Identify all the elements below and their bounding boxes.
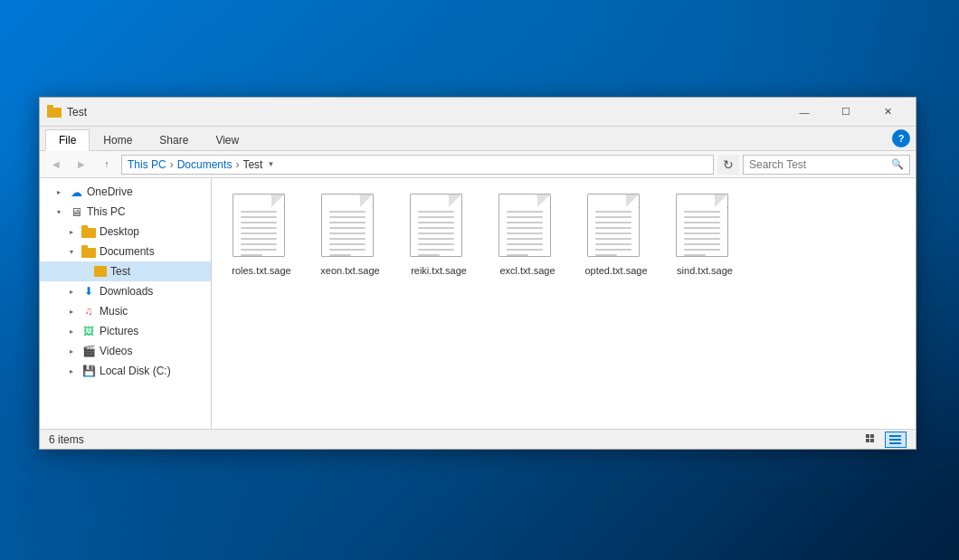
tab-file[interactable]: File <box>45 129 90 151</box>
sidebar-label-thispc: This PC <box>87 205 126 218</box>
videos-icon: 🎬 <box>81 344 96 358</box>
file-icon <box>233 194 290 261</box>
svg-rect-6 <box>889 442 901 444</box>
music-icon: ♫ <box>81 304 96 318</box>
sidebar-item-pictures[interactable]: 🖼 Pictures <box>40 321 211 341</box>
breadcrumb-dropdown[interactable]: ▼ <box>262 160 279 168</box>
svg-rect-2 <box>866 439 869 442</box>
sidebar: ☁ OneDrive 🖥 This PC Desktop <box>40 178 212 429</box>
desktop-folder-icon <box>81 224 96 239</box>
breadcrumb-sep-2: › <box>235 158 239 171</box>
breadcrumb-test: Test <box>242 158 262 171</box>
sidebar-label-documents: Documents <box>100 245 155 258</box>
back-button[interactable]: ◀ <box>45 155 67 175</box>
sidebar-label-desktop: Desktop <box>100 225 139 238</box>
sidebar-label-onedrive: OneDrive <box>87 185 133 198</box>
documents-expand <box>65 245 78 258</box>
view-buttons <box>861 432 907 448</box>
explorer-window: Test — ☐ ✕ File Home Share View ? ◀ ▶ ↑ … <box>39 97 916 450</box>
file-icon <box>321 194 379 261</box>
file-icon <box>410 194 468 261</box>
doc-icon <box>321 194 374 257</box>
doc-icon <box>676 194 728 257</box>
window-title: Test <box>67 106 783 119</box>
status-bar: 6 items <box>40 429 916 449</box>
sidebar-label-localdisk: Local Disk (C:) <box>100 365 171 377</box>
maximize-button[interactable]: ☐ <box>825 98 867 127</box>
file-item[interactable]: opted.txt.sage <box>575 187 657 283</box>
sidebar-item-music[interactable]: ♫ Music <box>40 301 211 321</box>
file-label: excl.txt.sage <box>499 264 555 277</box>
file-label: sind.txt.sage <box>677 264 733 277</box>
tab-home[interactable]: Home <box>90 129 146 150</box>
tab-share[interactable]: Share <box>146 129 202 150</box>
sidebar-item-documents[interactable]: Documents <box>40 242 211 261</box>
title-controls: — ☐ ✕ <box>783 98 908 127</box>
sidebar-label-music: Music <box>100 305 128 318</box>
file-label: reiki.txt.sage <box>411 264 467 277</box>
search-icon: 🔍 <box>891 158 904 170</box>
onedrive-expand <box>52 185 65 198</box>
search-input[interactable] <box>749 158 885 171</box>
up-button[interactable]: ↑ <box>96 155 118 175</box>
svg-rect-1 <box>870 434 874 438</box>
file-icon <box>587 194 645 261</box>
list-view-button[interactable] <box>861 432 883 448</box>
breadcrumb-thispc[interactable]: This PC <box>128 158 166 171</box>
sidebar-label-downloads: Downloads <box>100 285 153 298</box>
file-label: roles.txt.sage <box>232 264 290 277</box>
status-count: 6 items <box>49 433 861 446</box>
title-bar: Test — ☐ ✕ <box>40 98 916 127</box>
doc-icon <box>587 194 640 257</box>
file-item[interactable]: xeon.txt.sage <box>309 187 391 283</box>
sidebar-label-pictures: Pictures <box>100 325 138 337</box>
file-label: xeon.txt.sage <box>320 264 379 277</box>
addressbar: ◀ ▶ ↑ This PC › Documents › Test ▼ ↻ 🔍 <box>40 151 916 178</box>
sidebar-item-desktop[interactable]: Desktop <box>40 222 211 242</box>
doc-icon <box>410 194 462 257</box>
main-content: ☁ OneDrive 🖥 This PC Desktop <box>40 178 916 429</box>
sidebar-item-localdisk[interactable]: 💾 Local Disk (C:) <box>40 361 211 381</box>
sidebar-item-onedrive[interactable]: ☁ OneDrive <box>40 182 211 202</box>
file-item[interactable]: excl.txt.sage <box>487 187 568 283</box>
doc-icon <box>498 194 551 257</box>
downloads-icon: ⬇ <box>81 284 96 299</box>
close-button[interactable]: ✕ <box>867 98 908 127</box>
sidebar-item-downloads[interactable]: ⬇ Downloads <box>40 281 211 301</box>
file-item[interactable]: sind.txt.sage <box>664 187 745 283</box>
breadcrumb[interactable]: This PC › Documents › Test ▼ <box>121 155 714 175</box>
forward-button[interactable]: ▶ <box>71 155 92 175</box>
pc-icon: 🖥 <box>69 204 83 219</box>
documents-folder-icon <box>81 244 96 259</box>
help-button[interactable]: ? <box>892 129 910 147</box>
file-item[interactable]: reiki.txt.sage <box>398 187 480 283</box>
grid-view-button[interactable] <box>885 432 907 448</box>
videos-expand <box>65 345 78 357</box>
ribbon: File Home Share View ? <box>40 127 916 151</box>
ribbon-tabs: File Home Share View ? <box>40 127 916 150</box>
file-icon <box>498 194 556 261</box>
svg-rect-5 <box>889 439 901 441</box>
desktop-expand <box>65 225 78 238</box>
tab-view[interactable]: View <box>202 129 252 150</box>
refresh-button[interactable]: ↻ <box>717 155 739 175</box>
music-expand <box>65 305 78 318</box>
pictures-icon: 🖼 <box>81 324 96 338</box>
sidebar-item-thispc[interactable]: 🖥 This PC <box>40 202 211 222</box>
minimize-button[interactable]: — <box>783 98 825 127</box>
svg-rect-3 <box>870 439 874 442</box>
file-item[interactable]: roles.txt.sage <box>221 187 302 283</box>
sidebar-item-videos[interactable]: 🎬 Videos <box>40 341 211 361</box>
file-icon <box>676 194 734 261</box>
disk-icon: 💾 <box>81 364 96 378</box>
breadcrumb-documents[interactable]: Documents <box>177 158 233 171</box>
window-icon <box>47 105 62 119</box>
thispc-expand <box>52 205 65 218</box>
sidebar-item-test[interactable]: Test <box>40 261 211 281</box>
localdisk-expand <box>65 365 78 377</box>
sidebar-label-test: Test <box>110 265 130 278</box>
search-box[interactable]: 🔍 <box>743 155 910 175</box>
downloads-expand <box>65 285 78 298</box>
svg-rect-4 <box>889 435 901 437</box>
sidebar-label-videos: Videos <box>100 345 132 357</box>
